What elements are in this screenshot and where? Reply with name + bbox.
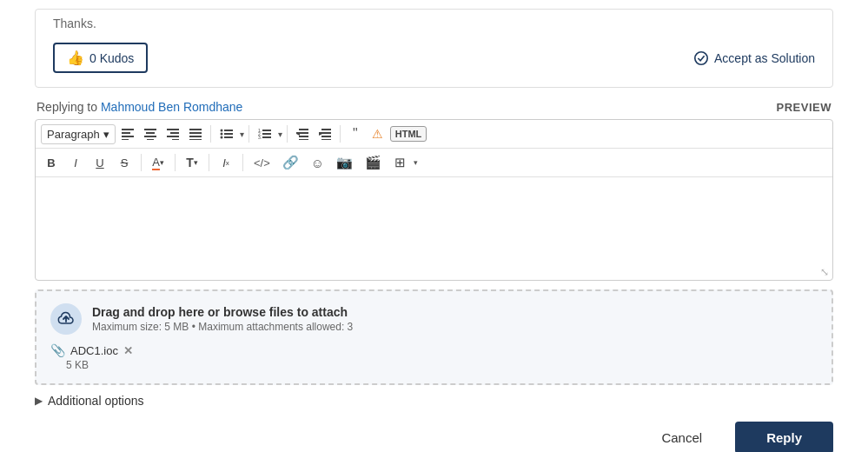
justify-button[interactable]: [185, 123, 206, 144]
strikethrough-button[interactable]: S: [114, 152, 135, 173]
accept-solution-label: Accept as Solution: [714, 51, 815, 65]
thumbs-up-icon: 👍: [67, 50, 84, 66]
divider8: [242, 154, 243, 171]
font-color-button[interactable]: A ▾: [148, 152, 169, 173]
align-center-button[interactable]: [140, 123, 161, 144]
emoji-button[interactable]: ☺: [307, 152, 328, 173]
reply-button[interactable]: Reply: [735, 422, 833, 452]
top-section: Thanks. 👍 0 Kudos Accept as Solution: [35, 9, 833, 88]
bullet-list-button[interactable]: [215, 123, 238, 144]
upload-cloud-icon: [57, 310, 75, 328]
title-size-button[interactable]: T ▾: [182, 152, 202, 173]
divider7: [209, 154, 209, 171]
additional-options-label: Additional options: [48, 394, 144, 408]
svg-rect-12: [172, 139, 179, 140]
upload-icon-circle: [50, 303, 82, 335]
blockquote-button[interactable]: ": [345, 123, 366, 144]
paperclip-icon: 📎: [50, 343, 65, 357]
table-button[interactable]: ⊞: [389, 152, 410, 173]
svg-rect-38: [321, 139, 331, 140]
svg-point-17: [220, 130, 222, 132]
svg-rect-10: [170, 132, 179, 134]
toolbar-row2: B I U S A ▾ T ▾ Ix </> 🔗 ☺: [36, 149, 832, 177]
warning-button[interactable]: ⚠: [368, 123, 388, 144]
table-dropdown-arrow[interactable]: ▾: [414, 158, 418, 167]
divider5: [141, 154, 142, 171]
align-left-button[interactable]: [117, 123, 138, 144]
svg-rect-14: [189, 132, 202, 134]
svg-rect-7: [144, 136, 156, 137]
clear-format-button[interactable]: Ix: [215, 152, 236, 173]
resize-icon: ⤡: [820, 266, 829, 278]
kudos-label: 0 Kudos: [89, 51, 134, 65]
paragraph-select[interactable]: Paragraph ▾: [41, 124, 116, 144]
underline-button[interactable]: U: [89, 152, 110, 173]
preview-link[interactable]: PREVIEW: [777, 101, 832, 114]
divider4: [340, 125, 341, 143]
svg-rect-6: [146, 132, 155, 134]
reply-username: Mahmoud Ben Romdhane: [101, 100, 242, 114]
file-remove-button[interactable]: ✕: [123, 344, 133, 357]
replying-to-text: Replying to Mahmoud Ben Romdhane: [36, 100, 242, 114]
resize-handle[interactable]: ⤡: [36, 264, 832, 280]
divider3: [287, 125, 288, 143]
svg-rect-22: [224, 136, 233, 138]
bottom-buttons: Cancel Reply: [35, 422, 833, 452]
svg-point-19: [220, 133, 222, 136]
svg-rect-18: [224, 130, 233, 131]
divider2: [248, 125, 249, 143]
svg-rect-8: [147, 139, 154, 140]
align-left-icon: [122, 128, 134, 140]
align-right-button[interactable]: [162, 123, 183, 144]
font-color-label: A: [152, 156, 160, 170]
svg-rect-28: [262, 136, 271, 138]
svg-rect-2: [122, 132, 130, 134]
ordered-dropdown-arrow[interactable]: ▾: [278, 130, 282, 139]
divider1: [210, 125, 211, 143]
chevron-right-icon: ▶: [35, 395, 43, 407]
ordered-list-button[interactable]: 1. 2. 3.: [254, 123, 276, 144]
additional-options[interactable]: ▶ Additional options: [35, 394, 833, 408]
file-name: ADC1.ioc: [70, 344, 118, 357]
svg-rect-34: [321, 129, 331, 130]
align-right-icon: [167, 128, 179, 140]
decrease-indent-button[interactable]: [292, 123, 313, 144]
link-button[interactable]: 🔗: [278, 152, 303, 173]
upload-row: Drag and drop here or browse files to at…: [50, 303, 818, 335]
title-label: T: [186, 156, 194, 170]
video-button[interactable]: 🎬: [361, 152, 386, 173]
html-button[interactable]: HTML: [390, 126, 427, 142]
svg-rect-24: [262, 130, 271, 131]
editor-content: [36, 177, 832, 264]
decrease-indent-icon: [296, 128, 308, 140]
ordered-list-icon: 1. 2. 3.: [258, 128, 272, 140]
divider6: [175, 154, 176, 171]
svg-rect-15: [189, 136, 202, 137]
editor-wrapper: Paragraph ▾: [35, 119, 833, 281]
code-button[interactable]: </>: [249, 152, 275, 173]
accept-solution-button[interactable]: Accept as Solution: [693, 50, 815, 66]
svg-rect-5: [144, 129, 156, 130]
image-button[interactable]: 📷: [332, 152, 357, 173]
justify-icon: [189, 128, 202, 140]
bold-button[interactable]: B: [41, 152, 62, 173]
svg-rect-32: [299, 136, 308, 137]
attachment-section[interactable]: Drag and drop here or browse files to at…: [35, 289, 833, 385]
editor-textarea[interactable]: [46, 186, 822, 256]
cancel-button[interactable]: Cancel: [637, 422, 726, 452]
font-color-dropdown[interactable]: ▾: [160, 158, 164, 167]
svg-rect-1: [122, 129, 134, 130]
italic-button[interactable]: I: [65, 152, 86, 173]
increase-indent-button[interactable]: [315, 123, 335, 144]
svg-rect-3: [122, 136, 134, 137]
reply-section: Replying to Mahmoud Ben Romdhane PREVIEW…: [35, 100, 833, 281]
svg-rect-13: [189, 129, 202, 130]
kudos-button[interactable]: 👍 0 Kudos: [53, 43, 148, 73]
increase-indent-icon: [319, 128, 331, 140]
svg-rect-37: [321, 136, 331, 137]
title-dropdown[interactable]: ▾: [194, 158, 198, 167]
svg-point-21: [220, 136, 222, 139]
svg-rect-4: [122, 139, 129, 140]
bullet-dropdown-arrow[interactable]: ▾: [240, 130, 244, 139]
align-center-icon: [144, 128, 156, 140]
